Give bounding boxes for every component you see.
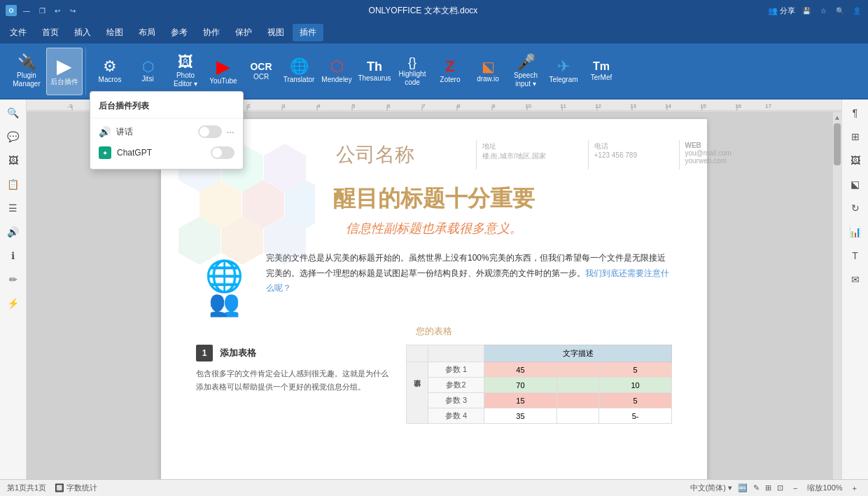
menu-home[interactable]: 首页 [35, 24, 66, 41]
svg-text:4: 4 [317, 103, 321, 109]
track-changes-icon[interactable]: ✎ [753, 483, 760, 492]
redo-btn[interactable]: ↪ [67, 5, 78, 16]
vertical-scrollbar[interactable]: ▲ [833, 112, 841, 479]
tb-zotero[interactable]: Z Zotero [432, 48, 468, 95]
word-count-btn[interactable]: 🔲 字数统计 [55, 483, 97, 493]
drawio-icon: ⬕ [482, 60, 495, 74]
tb-termef[interactable]: Tm TerMef [583, 48, 620, 95]
sidebar-search[interactable]: 🔍 [3, 102, 24, 123]
table-cell [556, 378, 598, 393]
sidebar-image[interactable]: 🖼 [3, 150, 24, 171]
section1-body: 包含很多字的文件肯定会让人感到很无趣。这就是为什么添加表格可以帮助提供一个更好的… [196, 367, 392, 393]
search-btn[interactable]: 🔍 [834, 5, 846, 16]
sidebar-plugin[interactable]: ⚡ [3, 293, 24, 314]
menu-view[interactable]: 视图 [260, 24, 291, 41]
undo-btn[interactable]: ↩ [52, 5, 63, 16]
tb-youtube[interactable]: ▶ YouTube [205, 48, 241, 95]
sidebar-list[interactable]: ☰ [3, 198, 24, 219]
tb-telegram[interactable]: ✈ Telegram [545, 48, 582, 95]
minimize-btn[interactable]: — [21, 5, 32, 16]
doc-body-text: 完美的文件总是从完美的标题开始的。虽然世界上没有100%完美的东西，但我们希望每… [266, 251, 672, 296]
table-cell-label: 参数 3 [428, 393, 484, 408]
statusbar-right: 中文(简体) ▾ 🔤 ✎ ⊞ ⊡ − 缩放100% + [690, 483, 861, 493]
scroll-thumb[interactable] [834, 123, 841, 165]
toolbar-group-plugins: ⚙ Macros ⬡ Jitsi 🖼 PhotoEditor ▾ ▶ YouTu… [89, 48, 622, 95]
thesaurus-label: Thesaurus [358, 74, 391, 83]
right-mail[interactable]: ✉ [845, 269, 866, 290]
scroll-up-btn[interactable]: ▲ [833, 112, 841, 123]
sidebar-comments[interactable]: 💬 [3, 126, 24, 147]
tb-mendeley[interactable]: ⬡ Mendeley [318, 48, 355, 95]
menu-collab[interactable]: 协作 [196, 24, 227, 41]
fit-page-btn[interactable]: ⊡ [777, 483, 783, 492]
table-row: 参数2 70 10 [407, 378, 672, 393]
chatgpt-label: ChatGPT [117, 148, 152, 158]
tb-highlight-code[interactable]: {} Highlightcode [394, 48, 430, 95]
svg-text:8: 8 [457, 103, 461, 109]
tb-translator[interactable]: 🌐 Translator [281, 48, 317, 95]
sidebar-audio[interactable]: 🔊 [3, 221, 24, 242]
menu-protect[interactable]: 保护 [228, 24, 259, 41]
right-image2[interactable]: 🖼 [845, 150, 866, 171]
tb-jitsi[interactable]: ⬡ Jitsi [130, 48, 166, 95]
svg-text:6: 6 [387, 103, 391, 109]
phone-val: +123 456 789 [594, 151, 676, 159]
right-shape[interactable]: ⬕ [845, 174, 866, 195]
menu-layout[interactable]: 布局 [132, 24, 162, 41]
address-label: 地址 [482, 142, 585, 151]
tb-macros[interactable]: ⚙ Macros [92, 48, 128, 95]
menu-plugin[interactable]: 插件 [293, 24, 323, 41]
statusbar-left: 第1页共1页 🔲 字数统计 [7, 483, 97, 493]
share-btn[interactable]: 👥 分享 [768, 6, 795, 16]
sidebar-pen[interactable]: ✏ [3, 269, 24, 290]
menu-draw[interactable]: 绘图 [99, 24, 130, 41]
svg-text:13: 13 [630, 103, 636, 109]
sidebar-clipboard[interactable]: 📋 [3, 174, 24, 195]
menu-insert[interactable]: 插入 [67, 24, 98, 41]
language-btn[interactable]: 中文(简体) ▾ [690, 483, 732, 493]
view-mode-icon[interactable]: ⊞ [765, 483, 771, 492]
table-cell: 5- [599, 408, 672, 424]
right-chart[interactable]: 📊 [845, 221, 866, 242]
svg-text:11: 11 [560, 103, 566, 109]
section1-title: 1 添加表格 [196, 345, 392, 361]
menu-file[interactable]: 文件 [3, 24, 34, 41]
tb-thesaurus[interactable]: Th Thesaurus [356, 48, 393, 95]
titlebar-left: O — ❐ ↩ ↪ [6, 5, 78, 16]
tb-plugin-manager[interactable]: 🔌 Plugin Manager [8, 48, 45, 95]
menu-ref[interactable]: 参考 [164, 24, 195, 41]
tb-photo-editor[interactable]: 🖼 PhotoEditor ▾ [167, 48, 204, 95]
spell-icon[interactable]: 🔤 [738, 483, 748, 492]
svg-text:12: 12 [595, 103, 601, 109]
right-para[interactable]: ¶ [845, 102, 866, 123]
chatgpt-toggle[interactable] [211, 146, 234, 159]
zoom-out-btn[interactable]: − [789, 483, 802, 493]
star-btn[interactable]: ☆ [818, 5, 829, 16]
restore-btn[interactable]: ❐ [36, 5, 48, 16]
speech-toggle[interactable] [198, 125, 222, 138]
translator-label: Translator [284, 76, 315, 84]
tb-drawio[interactable]: ⬕ draw.io [470, 48, 506, 95]
svg-text:3: 3 [282, 103, 286, 109]
tracking-icon: 🔲 [55, 483, 64, 492]
sidebar-info[interactable]: ℹ [3, 245, 24, 266]
table-cell-label: 参数 1 [428, 362, 484, 378]
table-cell: 15 [484, 393, 557, 408]
macros-label: Macros [99, 76, 122, 84]
section-left: 1 添加表格 包含很多字的文件肯定会让人感到很无趣。这就是为什么添加表格可以帮助… [196, 345, 392, 424]
tb-speech-input[interactable]: 🎤 Speechinput ▾ [507, 48, 544, 95]
profile-btn[interactable]: 👤 [851, 5, 862, 16]
people-icon: 👥 [209, 289, 240, 318]
titlebar: O — ❐ ↩ ↪ ONLYOFFICE 文本文档.docx 👥 分享 💾 ☆ … [0, 0, 868, 21]
table-label: 您的表格 [196, 325, 672, 338]
right-table[interactable]: ⊞ [845, 126, 866, 147]
speech-more-btn[interactable]: ··· [226, 126, 234, 137]
zoom-in-btn[interactable]: + [848, 483, 861, 493]
page-info: 第1页共1页 [7, 483, 46, 493]
tb-ocr[interactable]: OCR OCR [243, 48, 279, 95]
save-btn[interactable]: 💾 [801, 5, 812, 16]
right-refresh[interactable]: ↻ [845, 198, 866, 219]
table-row: 参数 3 15 5 [407, 393, 672, 408]
right-text[interactable]: T [845, 245, 866, 266]
tb-background-plugin[interactable]: ▶ 后台插件 [46, 48, 83, 95]
